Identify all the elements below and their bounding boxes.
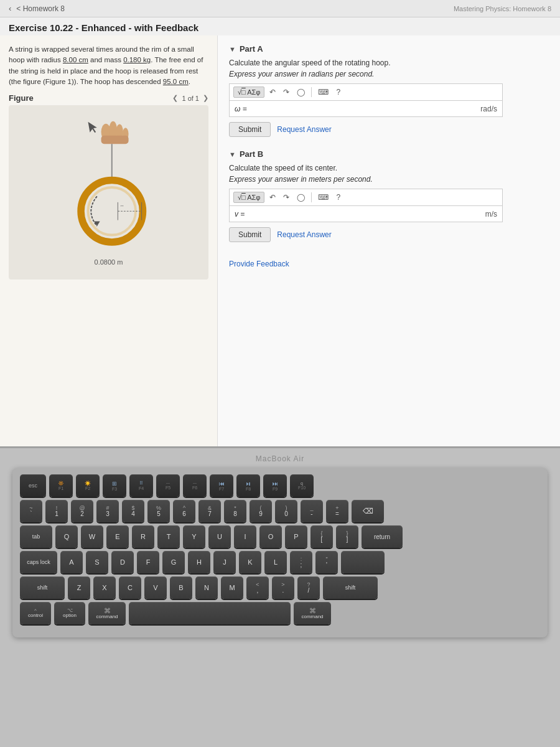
key-1[interactable]: !1 bbox=[45, 500, 68, 522]
key-x[interactable]: X bbox=[93, 576, 116, 599]
key-semicolon[interactable]: :; bbox=[290, 551, 312, 573]
provide-feedback-link[interactable]: Provide Feedback bbox=[229, 260, 289, 268]
key-l[interactable]: L bbox=[264, 551, 287, 573]
content-area: A string is wrapped several times around… bbox=[0, 35, 560, 446]
part-b-submit-button[interactable]: Submit bbox=[229, 227, 271, 242]
figure-next-btn[interactable]: ❯ bbox=[203, 94, 208, 102]
key-tab[interactable]: tab bbox=[20, 525, 52, 548]
key-q[interactable]: Q bbox=[55, 525, 78, 548]
key-5[interactable]: %5 bbox=[147, 500, 170, 522]
key-left-shift[interactable]: shift bbox=[20, 576, 65, 599]
key-f3[interactable]: ⊞F3 bbox=[103, 474, 126, 497]
part-a-submit-button[interactable]: Submit bbox=[229, 122, 271, 137]
help-icon-a[interactable]: ? bbox=[334, 87, 343, 98]
part-a-request-link[interactable]: Request Answer bbox=[277, 125, 331, 134]
key-4[interactable]: $4 bbox=[122, 500, 144, 522]
refresh-icon-b[interactable]: ◯ bbox=[294, 192, 307, 203]
key-period[interactable]: >. bbox=[272, 576, 294, 599]
key-9[interactable]: (9 bbox=[250, 500, 272, 522]
key-caps-lock[interactable]: caps lock bbox=[20, 551, 57, 573]
key-j[interactable]: J bbox=[213, 551, 236, 573]
undo-icon-a[interactable]: ↶ bbox=[267, 87, 278, 98]
key-row-zxcv: shift Z X C V B N M <, >. ?/ shift bbox=[20, 576, 540, 599]
part-b-input[interactable] bbox=[250, 209, 480, 218]
key-2[interactable]: @2 bbox=[71, 500, 93, 522]
exercise-title: Exercise 10.22 - Enhanced - with Feedbac… bbox=[0, 17, 560, 35]
key-command-right[interactable]: ⌘ command bbox=[294, 602, 331, 624]
redo-icon-a[interactable]: ↷ bbox=[281, 87, 292, 98]
key-return-2[interactable] bbox=[341, 551, 385, 573]
key-equals[interactable]: += bbox=[326, 500, 348, 522]
keyboard-icon-a[interactable]: ⌨ bbox=[315, 87, 331, 98]
redo-icon-b[interactable]: ↷ bbox=[281, 192, 292, 203]
key-r[interactable]: R bbox=[132, 525, 154, 548]
key-return[interactable]: return bbox=[362, 525, 403, 548]
key-p[interactable]: P bbox=[285, 525, 307, 548]
key-lbracket[interactable]: {[ bbox=[310, 525, 333, 548]
key-g[interactable]: G bbox=[162, 551, 185, 573]
key-c[interactable]: C bbox=[119, 576, 141, 599]
key-o[interactable]: O bbox=[259, 525, 282, 548]
key-h[interactable]: H bbox=[188, 551, 210, 573]
key-space[interactable] bbox=[129, 602, 291, 624]
key-3[interactable]: #3 bbox=[96, 500, 119, 522]
part-b-desc: Calculate the speed of its center. bbox=[229, 164, 549, 172]
undo-icon-b[interactable]: ↶ bbox=[267, 192, 278, 203]
key-8[interactable]: *8 bbox=[224, 500, 246, 522]
key-backspace[interactable]: ⌫ bbox=[352, 500, 384, 522]
key-f1[interactable]: 🔅F1 bbox=[49, 474, 73, 497]
key-u[interactable]: U bbox=[208, 525, 231, 548]
key-y[interactable]: Y bbox=[183, 525, 205, 548]
key-f4[interactable]: ⠿F4 bbox=[129, 474, 153, 497]
key-command-left[interactable]: ⌘ command bbox=[88, 602, 126, 624]
key-row-qwerty: tab Q W E R T Y U I O P {[ }] return bbox=[20, 525, 540, 548]
key-7[interactable]: &7 bbox=[198, 500, 221, 522]
key-right-shift[interactable]: shift bbox=[323, 576, 378, 599]
key-esc[interactable]: esc bbox=[20, 474, 46, 497]
help-icon-b[interactable]: ? bbox=[334, 192, 343, 203]
key-f2[interactable]: ☀️F2 bbox=[76, 474, 100, 497]
dimension-label: 0.0800 m bbox=[95, 258, 123, 266]
key-option[interactable]: ⌥ option bbox=[54, 602, 85, 624]
key-z[interactable]: Z bbox=[68, 576, 90, 599]
key-f8[interactable]: ⏯F8 bbox=[236, 474, 260, 497]
part-a-label: Part A bbox=[240, 44, 263, 54]
key-0[interactable]: )0 bbox=[275, 500, 297, 522]
key-d[interactable]: D bbox=[111, 551, 134, 573]
refresh-icon-a[interactable]: ◯ bbox=[294, 87, 307, 98]
key-t[interactable]: T bbox=[157, 525, 180, 548]
key-n[interactable]: N bbox=[195, 576, 218, 599]
key-slash[interactable]: ?/ bbox=[297, 576, 320, 599]
part-b-request-link[interactable]: Request Answer bbox=[277, 230, 331, 239]
key-v[interactable]: V bbox=[144, 576, 167, 599]
key-quote[interactable]: "' bbox=[315, 551, 338, 573]
key-s[interactable]: S bbox=[86, 551, 108, 573]
keyboard-icon-b[interactable]: ⌨ bbox=[315, 192, 331, 203]
key-rbracket[interactable]: }] bbox=[336, 525, 358, 548]
key-f10[interactable]: qF10 bbox=[290, 474, 314, 497]
key-comma[interactable]: <, bbox=[246, 576, 269, 599]
key-a[interactable]: A bbox=[60, 551, 83, 573]
key-f5[interactable]: ···F5 bbox=[156, 474, 180, 497]
key-i[interactable]: I bbox=[234, 525, 256, 548]
key-minus[interactable]: _- bbox=[301, 500, 323, 522]
key-control[interactable]: ^ control bbox=[20, 602, 51, 624]
key-m[interactable]: M bbox=[221, 576, 243, 599]
key-f[interactable]: F bbox=[137, 551, 159, 573]
figure-prev-btn[interactable]: ❮ bbox=[172, 94, 178, 102]
key-f9[interactable]: ⏭F9 bbox=[263, 474, 287, 497]
breadcrumb-label[interactable]: < Homework 8 bbox=[16, 4, 65, 13]
key-w[interactable]: W bbox=[81, 525, 103, 548]
sqrt-button-a[interactable]: √□ ΑΣφ bbox=[233, 87, 264, 98]
part-a-input[interactable] bbox=[252, 104, 476, 113]
key-e[interactable]: E bbox=[106, 525, 129, 548]
back-arrow-icon[interactable]: ‹ bbox=[9, 4, 11, 13]
key-b[interactable]: B bbox=[170, 576, 192, 599]
key-k[interactable]: K bbox=[239, 551, 261, 573]
key-6[interactable]: ^6 bbox=[173, 500, 195, 522]
key-f7[interactable]: ⏮F7 bbox=[210, 474, 233, 497]
key-tilde[interactable]: ~` bbox=[20, 500, 42, 522]
key-f6[interactable]: ···F6 bbox=[183, 474, 207, 497]
part-a-desc: Calculate the angular speed of the rotat… bbox=[229, 59, 549, 67]
sqrt-button-b[interactable]: √□ ΑΣφ bbox=[233, 192, 264, 203]
